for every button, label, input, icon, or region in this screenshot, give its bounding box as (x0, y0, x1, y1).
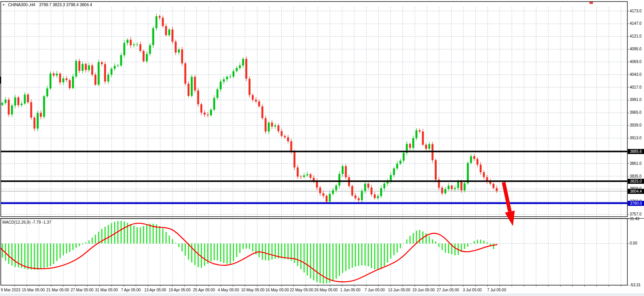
date-tick-label: 9 Mar 2023 (1, 288, 20, 292)
date-tick-label: 7 Jun 05:00 (365, 288, 385, 292)
chart-window: ▼ CHINA300-,H4 3799.7 3823.3 3798.4 3804… (0, 0, 644, 296)
bottom-strip (0, 293, 644, 296)
gridlines (1, 7, 627, 285)
macd-tick-label: 0.00 (630, 241, 637, 245)
price-tick-label: 4173.0 (630, 9, 642, 13)
date-tick-label: 13 Jun 05:00 (388, 288, 410, 292)
date-tick-label: 4 May 05:00 (218, 288, 239, 292)
panel-borders (0, 2, 644, 285)
annotation-arrow[interactable] (504, 182, 515, 226)
price-badge-blue-level: 3780.0 (628, 201, 644, 206)
symbol-dropdown-icon[interactable]: ▼ (2, 3, 5, 6)
chart-shift-marker (589, 2, 593, 4)
date-tick-label: 13 Apr 05:00 (144, 288, 166, 292)
date-tick-label: 10 May 05:00 (241, 288, 265, 292)
chart-canvas[interactable] (0, 0, 644, 296)
date-tick-label: 27 Jun 05:00 (437, 288, 459, 292)
date-tick-label: 27 Mar 05:00 (71, 288, 94, 292)
date-tick-label: 26 May 05:00 (314, 288, 338, 292)
price-tick-label: 3913.0 (630, 136, 642, 140)
date-tick-label: 3 Jul 05:00 (463, 288, 482, 292)
date-tick-label: 7 Apr 05:00 (121, 288, 141, 292)
price-tick-label: 3861.0 (630, 161, 642, 166)
date-tick-label: 1 Jun 05:00 (340, 288, 360, 292)
date-tick-label: 25 Apr 05:00 (193, 288, 215, 292)
price-tick-label: 3835.0 (630, 174, 642, 178)
price-tick-label: 4069.0 (630, 60, 642, 64)
date-tick-label: 19 Apr 05:00 (169, 288, 191, 292)
price-badge: 3885.6 (628, 149, 644, 154)
price-tick-label: 4095.0 (630, 47, 642, 51)
price-tick-label: 4147.0 (630, 21, 642, 26)
ohlc-values-label: 3799.7 3823.3 3798.4 3804.4 (39, 2, 92, 7)
price-tick-label: 3965.0 (630, 110, 642, 115)
price-badge: 3804.4 (628, 189, 644, 194)
price-tick-label: 4043.0 (630, 72, 642, 77)
candlesticks (2, 14, 498, 204)
date-tick-label: 31 Mar 05:00 (95, 288, 118, 292)
date-tick-label: 15 Mar 05:00 (22, 288, 45, 292)
date-tick-label: 22 May 05:00 (290, 288, 313, 292)
date-tick-label: 21 Mar 05:00 (46, 288, 69, 292)
date-tick-label: 7 Jul 05:00 (487, 288, 506, 292)
macd-indicator-label: MACD(12,26,9) -7.79 -1.37 (2, 220, 51, 224)
left-edge-marker (0, 77, 1, 84)
horizontal-level-lines[interactable] (1, 152, 627, 203)
price-tick-label: 3939.0 (630, 123, 642, 127)
price-badge: 3825.0 (628, 179, 644, 184)
price-tick-label: 4121.0 (630, 34, 642, 38)
macd-tick-label: 31.43 (630, 217, 639, 221)
price-tick-label: 3991.0 (630, 98, 642, 102)
price-tick-label: 3757.0 (630, 212, 642, 216)
price-tick-label: 4017.0 (630, 85, 642, 89)
axis-ticks (15, 11, 629, 287)
date-tick-label: 19 Jun 05:00 (412, 288, 435, 292)
macd-tick-label: -53.31 (630, 283, 641, 287)
symbol-title-bar[interactable]: ▼ CHINA300-,H4 3799.7 3823.3 3798.4 3804… (2, 2, 92, 7)
date-tick-label: 16 May 05:00 (265, 288, 289, 292)
symbol-period-label: CHINA300-,H4 (8, 2, 35, 7)
